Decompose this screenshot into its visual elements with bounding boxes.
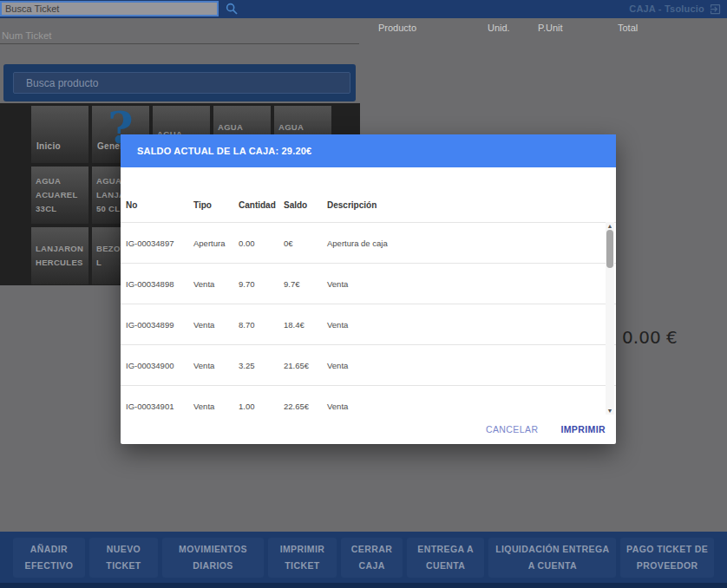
cancel-button[interactable]: CANCELAR [486, 424, 538, 434]
cell-tipo: Apertura [193, 238, 239, 248]
table-row: IG-00034901 Venta 1.00 22.65€ Venta [121, 385, 616, 415]
cell-cantidad: 1.00 [239, 402, 284, 411]
dialog-header: SALDO ACTUAL DE LA CAJA: 29.20€ [121, 134, 616, 167]
col-cantidad: Cantidad [239, 200, 284, 210]
table-row: IG-00034900 Venta 3.25 21.65€ Venta [121, 344, 616, 385]
cell-no: IG-00034898 [126, 279, 193, 289]
dialog-footer: CANCELAR IMPRIMIR [121, 415, 616, 444]
dialog-table-body: IG-00034897 Apertura 0.00 0€ Apertura de… [121, 222, 616, 415]
cell-cantidad: 3.25 [239, 361, 284, 370]
col-saldo: Saldo [284, 200, 327, 210]
cash-balance-dialog: SALDO ACTUAL DE LA CAJA: 29.20€ No Tipo … [121, 134, 616, 444]
cell-descripcion: Venta [327, 361, 616, 370]
table-row: IG-00034899 Venta 8.70 18.4€ Venta [121, 304, 616, 344]
cell-tipo: Venta [193, 320, 239, 330]
cell-cantidad: 0.00 [239, 238, 284, 248]
scroll-down-icon[interactable]: ▼ [606, 407, 614, 415]
print-button[interactable]: IMPRIMIR [560, 424, 606, 434]
dialog-title: SALDO ACTUAL DE LA CAJA: 29.20€ [137, 146, 311, 156]
cell-saldo: 9.7€ [284, 279, 327, 289]
cell-no: IG-00034900 [126, 361, 193, 370]
cell-tipo: Venta [193, 279, 239, 289]
cell-descripcion: Venta [327, 402, 616, 411]
cell-no: IG-00034899 [126, 320, 193, 330]
col-descripcion: Descripción [327, 200, 616, 210]
table-row: IG-00034897 Apertura 0.00 0€ Apertura de… [121, 222, 616, 263]
cell-saldo: 18.4€ [284, 320, 327, 330]
cell-tipo: Venta [193, 361, 239, 370]
dialog-table-header: No Tipo Cantidad Saldo Descripción [121, 167, 616, 222]
cell-tipo: Venta [193, 402, 239, 411]
cell-descripcion: Venta [327, 320, 616, 330]
cell-cantidad: 8.70 [239, 320, 284, 330]
col-no: No [126, 200, 193, 210]
col-tipo: Tipo [193, 200, 239, 210]
table-row: IG-00034898 Venta 9.70 9.7€ Venta [121, 263, 616, 304]
cell-saldo: 22.65€ [284, 402, 327, 411]
dialog-scrollbar[interactable]: ▲ ▼ [606, 222, 614, 415]
cell-cantidad: 9.70 [239, 279, 284, 289]
cell-descripcion: Apertura de caja [327, 238, 616, 248]
cell-no: IG-00034897 [126, 238, 193, 248]
cell-descripcion: Venta [327, 279, 616, 289]
pos-app: CAJA - Tsolucio Producto Unid. P.Unit To… [0, 0, 727, 588]
cell-saldo: 21.65€ [284, 361, 327, 370]
scrollbar-thumb[interactable] [606, 230, 613, 268]
cell-no: IG-00034901 [126, 402, 193, 411]
cell-saldo: 0€ [284, 238, 327, 248]
scroll-up-icon[interactable]: ▲ [606, 222, 614, 230]
